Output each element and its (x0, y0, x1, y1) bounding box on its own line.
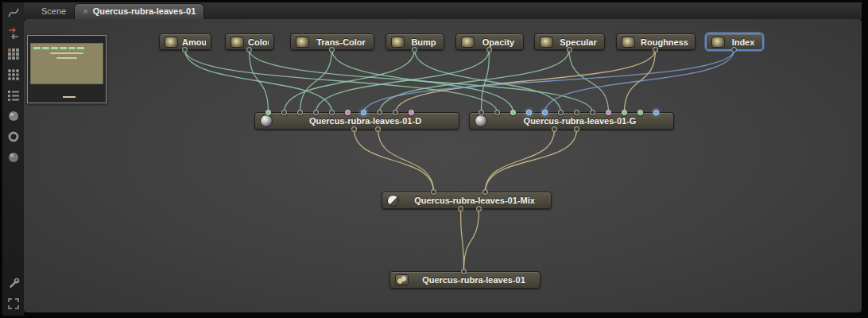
node-port[interactable] (653, 110, 659, 115)
node-port[interactable] (313, 110, 319, 115)
node-port[interactable] (590, 110, 595, 115)
node-port[interactable] (622, 110, 627, 115)
node-port[interactable] (542, 110, 548, 115)
texture-icon (165, 37, 178, 48)
wire (300, 50, 332, 113)
node-label: Roughness (639, 37, 690, 47)
node-material-g[interactable]: Quercus-rubra-leaves-01-G (469, 112, 674, 130)
material-sphere-icon (475, 114, 487, 127)
node-port[interactable] (479, 110, 484, 115)
input-ports (461, 269, 467, 274)
texture-icon (622, 37, 635, 48)
output-port[interactable] (329, 47, 335, 52)
node-mix[interactable]: Quercus-rubra-leaves-01-Mix (382, 192, 552, 209)
wire (625, 50, 656, 113)
node-label: Amount (182, 37, 206, 47)
node-index[interactable]: Index (706, 33, 763, 50)
node-port[interactable] (606, 110, 611, 115)
node-label: Index (729, 37, 758, 47)
node-port[interactable] (409, 110, 414, 115)
node-port[interactable] (637, 110, 643, 115)
node-label: Quercus-rubra-leaves-01-D (277, 116, 454, 126)
delete-node-icon[interactable] (6, 26, 21, 41)
close-tab-icon[interactable]: × (83, 6, 87, 16)
node-opacity[interactable]: Opacity (455, 33, 524, 50)
material-editor-window: Scene × Quercus-rubra-leaves-01 Amount (0, 0, 868, 318)
settings-wrench-icon[interactable] (6, 276, 21, 290)
output-port[interactable] (246, 47, 252, 52)
wire (569, 50, 609, 113)
node-port[interactable] (265, 110, 271, 115)
left-toolbar (2, 2, 24, 316)
wire (185, 50, 332, 113)
wire (545, 50, 734, 113)
output-port[interactable] (574, 126, 579, 132)
node-port[interactable] (281, 110, 287, 115)
material-ball-icon[interactable] (6, 109, 21, 123)
node-port[interactable] (431, 189, 436, 195)
expand-view-icon[interactable] (6, 297, 21, 311)
minimap-node-row (33, 47, 100, 49)
grid-align-icon[interactable] (6, 68, 21, 82)
node-roughness[interactable]: Roughness (616, 33, 696, 50)
wire (482, 50, 490, 113)
minimap-viewport[interactable] (30, 43, 103, 84)
node-port[interactable] (329, 110, 335, 115)
node-port[interactable] (461, 269, 467, 274)
wire (355, 130, 434, 192)
output-port[interactable] (567, 47, 572, 52)
texture-icon (296, 37, 309, 48)
node-port[interactable] (510, 110, 516, 115)
tab-material[interactable]: × Quercus-rubra-leaves-01 (74, 3, 204, 19)
node-output-material[interactable]: Quercus-rubra-leaves-01 (389, 271, 541, 289)
output-port[interactable] (731, 47, 737, 52)
node-color[interactable]: Color (225, 33, 274, 50)
output-port[interactable] (458, 206, 463, 211)
node-graph-canvas[interactable]: Amount Color Trans-Color Bump Opacity Sp… (24, 19, 862, 312)
input-ports (431, 189, 488, 195)
output-port[interactable] (552, 126, 557, 132)
output-port[interactable] (653, 47, 658, 52)
node-label: Opacity (479, 37, 518, 47)
texture-icon (391, 37, 405, 48)
node-port[interactable] (297, 110, 303, 115)
node-port[interactable] (526, 110, 532, 115)
output-port[interactable] (351, 126, 357, 132)
minimap-node-line (56, 57, 77, 59)
node-trans-color[interactable]: Trans-Color (290, 33, 374, 50)
output-port[interactable] (476, 206, 482, 211)
node-label: Color (248, 37, 269, 47)
wire (464, 209, 479, 272)
wire (250, 50, 593, 113)
node-amount[interactable]: Amount (159, 33, 211, 50)
grid-snap-icon[interactable] (6, 47, 21, 61)
torus-primitive-icon[interactable] (6, 130, 21, 144)
node-port[interactable] (482, 189, 488, 195)
node-list-icon[interactable] (6, 88, 21, 103)
node-port[interactable] (377, 110, 382, 115)
wire (396, 50, 656, 113)
node-port[interactable] (494, 110, 500, 115)
node-port[interactable] (361, 110, 366, 115)
node-specular[interactable]: Specular (534, 33, 605, 50)
output-port[interactable] (375, 126, 381, 132)
tab-scene[interactable]: Scene (33, 4, 74, 19)
node-port[interactable] (345, 110, 351, 115)
node-port[interactable] (574, 110, 579, 115)
wire (250, 50, 269, 113)
wire (415, 50, 561, 113)
texture-icon (711, 37, 725, 48)
output-port[interactable] (486, 47, 492, 52)
navigator-minimap[interactable] (27, 35, 107, 103)
output-port[interactable] (412, 47, 417, 52)
node-port[interactable] (393, 110, 398, 115)
spline-tool-icon[interactable] (6, 6, 21, 20)
sphere-primitive-icon[interactable] (6, 150, 21, 165)
output-port[interactable] (182, 47, 188, 52)
node-port[interactable] (558, 110, 564, 115)
tab-bar: Scene × Quercus-rubra-leaves-01 (24, 2, 862, 19)
node-bump[interactable]: Bump (386, 33, 444, 50)
material-sphere-icon (260, 114, 273, 127)
wire-layer (24, 19, 862, 312)
node-material-d[interactable]: Quercus-rubra-leaves-01-D (254, 112, 459, 130)
